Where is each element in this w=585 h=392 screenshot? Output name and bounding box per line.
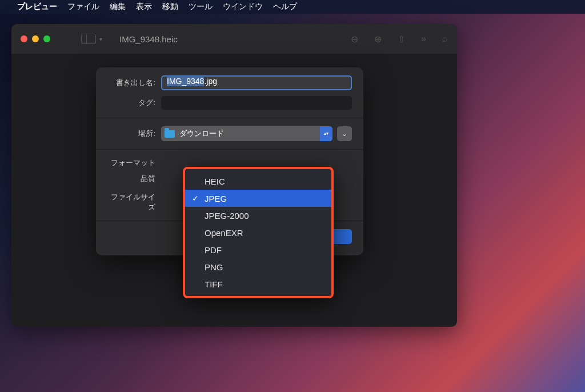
format-dropdown: HEIC ✓ JPEG JPEG-2000 OpenEXR PDF PNG TI… (183, 167, 334, 298)
menubar-app[interactable]: プレビュー (17, 2, 57, 12)
format-option-openexr[interactable]: OpenEXR (185, 224, 331, 241)
folder-icon (165, 130, 175, 138)
tags-label: タグ: (107, 98, 161, 108)
zoom-in-icon[interactable]: ⊕ (374, 34, 382, 45)
format-option-png[interactable]: PNG (185, 258, 331, 275)
format-option-jpeg2000[interactable]: JPEG-2000 (185, 207, 331, 224)
zoom-out-icon[interactable]: ⊖ (351, 34, 358, 45)
menubar-view[interactable]: 表示 (136, 2, 152, 12)
share-icon[interactable]: ⇧ (398, 34, 405, 45)
menubar-go[interactable]: 移動 (162, 2, 178, 12)
format-option-tiff[interactable]: TIFF (185, 275, 331, 293)
titlebar: ▾ IMG_9348.heic ⊖ ⊕ ⇧ » ⌕ (11, 24, 457, 54)
export-name-label: 書き出し名: (107, 78, 161, 88)
menubar-window[interactable]: ウインドウ (223, 2, 263, 12)
menubar: プレビュー ファイル 編集 表示 移動 ツール ウインドウ ヘルプ (0, 0, 585, 14)
fullscreen-button[interactable] (43, 35, 50, 42)
menubar-edit[interactable]: 編集 (110, 2, 126, 12)
close-button[interactable] (21, 35, 27, 42)
filesize-label: ファイルサイズ (107, 192, 161, 213)
check-icon: ✓ (192, 194, 199, 203)
chevron-down-icon[interactable]: ▾ (99, 36, 102, 42)
location-select[interactable]: ダウンロード ▴▾ (161, 126, 332, 141)
location-label: 場所: (107, 129, 161, 139)
format-option-pdf[interactable]: PDF (185, 241, 331, 258)
quality-label: 品質 (107, 174, 161, 184)
search-icon[interactable]: ⌕ (442, 34, 448, 44)
minimize-button[interactable] (32, 35, 39, 42)
updown-icon: ▴▾ (320, 126, 332, 141)
window-title: IMG_9348.heic (119, 34, 178, 44)
location-value: ダウンロード (179, 129, 224, 139)
traffic-lights (21, 35, 50, 42)
menubar-help[interactable]: ヘルプ (273, 2, 297, 12)
export-name-input[interactable]: IMG_9348.jpg (161, 75, 352, 90)
menubar-tools[interactable]: ツール (189, 2, 213, 12)
more-icon[interactable]: » (421, 34, 426, 44)
format-option-heic[interactable]: HEIC (185, 173, 331, 190)
format-label: フォーマット (107, 158, 161, 168)
format-option-jpeg[interactable]: ✓ JPEG (185, 190, 331, 207)
expand-button[interactable]: ⌄ (337, 126, 352, 141)
sidebar-toggle-icon[interactable] (81, 34, 96, 44)
menubar-file[interactable]: ファイル (67, 2, 99, 12)
tags-input[interactable] (161, 96, 352, 110)
